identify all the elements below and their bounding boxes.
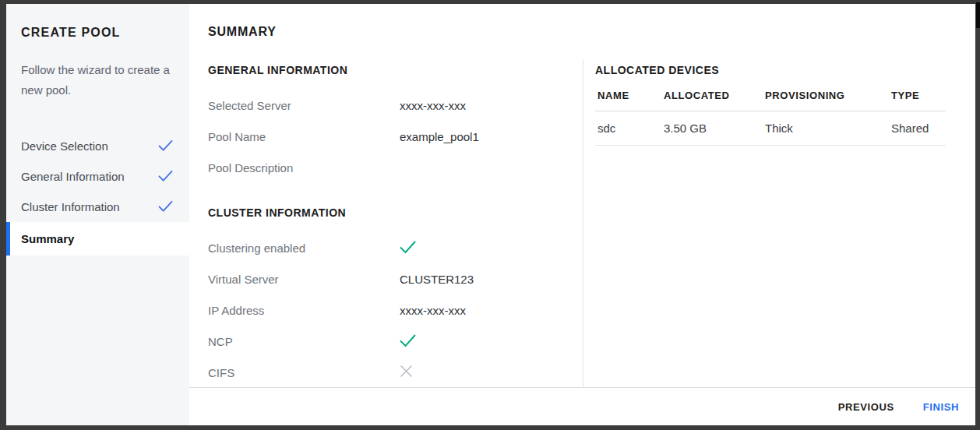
step-complete-check-icon xyxy=(158,200,173,214)
previous-button[interactable]: PREVIOUS xyxy=(837,397,896,418)
create-pool-dialog: CREATE POOL Follow the wizard to create … xyxy=(6,4,975,425)
enabled-check-icon xyxy=(400,241,552,256)
section-heading-allocated-devices: ALLOCATED DEVICES xyxy=(595,64,946,76)
summary-left-column: GENERAL INFORMATION Selected Server xxxx… xyxy=(189,59,583,387)
cell-name: sdc xyxy=(595,111,661,146)
step-general-information[interactable]: General Information xyxy=(6,161,189,192)
field-label: CIFS xyxy=(208,366,400,379)
page-title: SUMMARY xyxy=(208,25,957,39)
field-value: example_pool1 xyxy=(400,130,552,143)
field-label: Pool Description xyxy=(208,161,400,174)
field-label: Selected Server xyxy=(208,99,400,112)
field-label: Pool Name xyxy=(208,130,400,143)
background-scrollbar-artifact xyxy=(976,2,980,28)
step-complete-check-icon xyxy=(158,170,173,184)
step-label: General Information xyxy=(21,170,125,183)
cluster-information-list: Clustering enabled Virtual Server CLUSTE… xyxy=(208,232,552,387)
section-heading-general-information: GENERAL INFORMATION xyxy=(208,64,552,76)
section-heading-cluster-information: CLUSTER INFORMATION xyxy=(208,206,552,219)
field-label: Clustering enabled xyxy=(208,241,400,255)
field-label: IP Address xyxy=(208,304,400,317)
wizard-sidebar: CREATE POOL Follow the wizard to create … xyxy=(6,4,189,425)
allocated-devices-table: NAME ALLOCATED PROVISIONING TYPE sdc 3.5… xyxy=(595,90,946,146)
field-value: xxxx-xxx-xxx xyxy=(400,99,552,112)
cell-allocated: 3.50 GB xyxy=(661,111,763,146)
table-row: sdc 3.50 GB Thick Shared xyxy=(595,111,946,146)
enabled-check-icon xyxy=(400,334,552,349)
summary-row-pool-name: Pool Name example_pool1 xyxy=(208,121,552,152)
disabled-cross-icon xyxy=(400,365,552,380)
field-value: xxxx-xxx-xxx xyxy=(400,304,552,317)
summary-row-virtual-server: Virtual Server CLUSTER123 xyxy=(208,263,552,294)
column-header-allocated: ALLOCATED xyxy=(661,90,763,111)
field-value: CLUSTER123 xyxy=(400,273,552,286)
dialog-description: Follow the wizard to create a new pool. xyxy=(21,60,174,100)
step-label: Device Selection xyxy=(21,139,108,153)
column-header-provisioning: PROVISIONING xyxy=(763,90,889,111)
step-label: Cluster Information xyxy=(21,200,120,213)
cell-provisioning: Thick xyxy=(763,111,889,146)
summary-right-column: ALLOCATED DEVICES NAME ALLOCATED PROVISI… xyxy=(583,59,975,387)
summary-row-cifs: CIFS xyxy=(208,357,552,387)
column-header-type: TYPE xyxy=(889,90,946,111)
field-label: NCP xyxy=(208,335,400,348)
table-header-row: NAME ALLOCATED PROVISIONING TYPE xyxy=(595,90,946,111)
step-complete-check-icon xyxy=(158,139,173,153)
step-summary[interactable]: Summary xyxy=(6,222,189,256)
step-cluster-information[interactable]: Cluster Information xyxy=(6,192,189,222)
wizard-footer: PREVIOUS FINISH xyxy=(189,387,975,425)
step-label: Summary xyxy=(21,232,74,245)
screen: { "sidebar": { "title": "CREATE POOL", "… xyxy=(0,0,980,430)
summary-content: GENERAL INFORMATION Selected Server xxxx… xyxy=(189,59,975,387)
dialog-title: CREATE POOL xyxy=(21,26,174,40)
column-header-name: NAME xyxy=(595,90,661,111)
wizard-steps: Device Selection General Information Clu… xyxy=(6,131,189,256)
finish-button[interactable]: FINISH xyxy=(922,397,961,418)
summary-panel: SUMMARY GENERAL INFORMATION Selected Ser… xyxy=(189,4,975,425)
summary-row-clustering-enabled: Clustering enabled xyxy=(208,232,552,263)
field-label: Virtual Server xyxy=(208,273,400,286)
summary-row-ip-address: IP Address xxxx-xxx-xxx xyxy=(208,294,552,326)
summary-row-pool-description: Pool Description xyxy=(208,152,552,183)
cell-type: Shared xyxy=(889,111,946,146)
summary-row-ncp: NCP xyxy=(208,326,552,357)
general-information-list: Selected Server xxxx-xxx-xxx Pool Name e… xyxy=(208,90,552,183)
summary-row-selected-server: Selected Server xxxx-xxx-xxx xyxy=(208,90,552,121)
step-device-selection[interactable]: Device Selection xyxy=(6,131,189,161)
